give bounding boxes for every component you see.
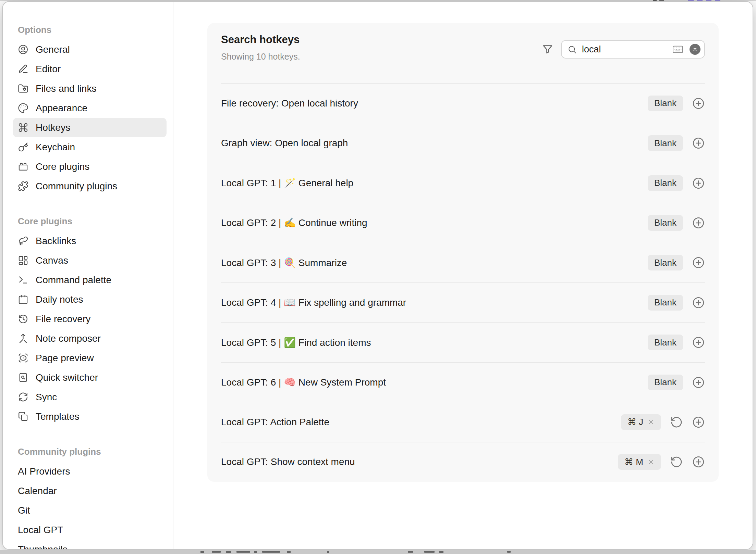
sidebar-item-ai-providers[interactable]: AI Providers (13, 462, 167, 481)
hotkey-row: Local GPT: 5 | ✅ Find action items Blank (221, 322, 705, 362)
search-box (561, 40, 705, 59)
remove-hotkey-icon[interactable] (647, 458, 655, 466)
hotkey-row: Local GPT: 4 | 📖 Fix spelling and gramma… (221, 282, 705, 322)
search-area (542, 40, 705, 59)
sidebar-item-label: Note composer (36, 333, 101, 344)
hotkey-keys: Blank (654, 178, 676, 188)
sidebar-item-appearance[interactable]: Appearance (13, 98, 167, 118)
palette-icon (18, 103, 28, 113)
sidebar-item-daily-notes[interactable]: Daily notes (13, 290, 167, 309)
settings-sidebar: Options General Editor Files and links A… (3, 2, 173, 549)
hotkey-keys: Blank (654, 138, 676, 149)
layout-dashboard-icon (18, 255, 28, 266)
user-circle-icon (18, 44, 28, 55)
sidebar-item-label: Daily notes (36, 294, 83, 305)
remove-hotkey-icon[interactable] (647, 418, 655, 426)
hotkey-row: Local GPT: Show context menu ⌘ M (221, 442, 705, 482)
hotkey-row: Local GPT: 1 | 🪄 General help Blank (221, 163, 705, 203)
sidebar-item-label: Page preview (36, 353, 94, 364)
hotkey-row: Local GPT: 6 | 🧠 New System Prompt Blank (221, 362, 705, 402)
sidebar-item-quick-switcher[interactable]: Quick switcher (13, 368, 167, 387)
sidebar-item-file-recovery[interactable]: File recovery (13, 309, 167, 329)
sidebar-item-page-preview[interactable]: Page preview (13, 348, 167, 368)
add-hotkey-icon[interactable] (692, 455, 705, 468)
sidebar-section-heading: Community plugins (18, 442, 173, 462)
sidebar-item-label: Git (18, 505, 30, 516)
hotkey-badge: ⌘ J (621, 414, 661, 430)
add-hotkey-icon[interactable] (692, 336, 705, 349)
sidebar-item-templates[interactable]: Templates (13, 407, 167, 426)
add-hotkey-icon[interactable] (692, 216, 705, 229)
hotkeys-header-text: Search hotkeys Showing 10 hotkeys. (221, 33, 300, 62)
sidebar-section: Options General Editor Files and links A… (18, 20, 173, 196)
sidebar-item-git[interactable]: Git (13, 501, 167, 520)
sidebar-item-files-and-links[interactable]: Files and links (13, 79, 167, 98)
sidebar-item-hotkeys[interactable]: Hotkeys (13, 118, 167, 137)
copy-icon (18, 411, 28, 422)
sidebar-item-community-plugins[interactable]: Community plugins (13, 176, 167, 196)
hotkey-command-label: Local GPT: Show context menu (221, 456, 355, 467)
sidebar-item-label: Core plugins (36, 161, 89, 172)
sidebar-section-items: Backlinks Canvas Command palette Daily n… (18, 231, 173, 426)
sidebar-item-note-composer[interactable]: Note composer (13, 329, 167, 348)
pen-icon (18, 64, 28, 74)
hotkey-controls: Blank (648, 335, 705, 350)
hotkey-badge: Blank (648, 96, 683, 111)
restore-default-icon[interactable] (670, 416, 683, 429)
sidebar-item-label: Canvas (36, 255, 68, 266)
toy-brick-icon (18, 161, 28, 172)
add-hotkey-icon[interactable] (692, 97, 705, 110)
sidebar-section-heading: Options (18, 20, 173, 40)
hotkey-command-label: Local GPT: 4 | 📖 Fix spelling and gramma… (221, 297, 406, 308)
keyboard-icon[interactable] (671, 44, 685, 55)
hotkey-row: File recovery: Open local history Blank (221, 83, 705, 123)
calendar-icon (18, 294, 28, 305)
hotkey-keys: Blank (654, 257, 676, 268)
search-icon (568, 45, 577, 54)
add-hotkey-icon[interactable] (692, 416, 705, 429)
filter-icon[interactable] (542, 43, 553, 55)
sidebar-section-items: General Editor Files and links Appearanc… (18, 40, 173, 196)
hotkey-keys: Blank (654, 377, 676, 388)
sidebar-item-calendar[interactable]: Calendar (13, 481, 167, 501)
sidebar-item-editor[interactable]: Editor (13, 59, 167, 79)
add-hotkey-icon[interactable] (692, 296, 705, 309)
hotkey-command-label: Local GPT: 3 | 🍭 Summarize (221, 257, 347, 268)
add-hotkey-icon[interactable] (692, 376, 705, 389)
sidebar-item-label: General (36, 44, 70, 55)
hotkey-badge: Blank (648, 135, 683, 151)
sidebar-item-general[interactable]: General (13, 40, 167, 59)
sidebar-item-label: Backlinks (36, 236, 76, 247)
scan-eye-icon (18, 353, 28, 363)
sidebar-item-label: File recovery (36, 314, 90, 325)
add-hotkey-icon[interactable] (692, 177, 705, 190)
hotkeys-panel: Search hotkeys Showing 10 hotkeys. (207, 23, 719, 482)
hotkey-badge: Blank (648, 215, 683, 231)
sidebar-item-sync[interactable]: Sync (13, 387, 167, 407)
search-input[interactable] (581, 44, 666, 55)
background-app-strip (0, 550, 756, 554)
sidebar-item-backlinks[interactable]: Backlinks (13, 231, 167, 251)
sidebar-item-keychain[interactable]: Keychain (13, 137, 167, 157)
command-icon (18, 122, 28, 133)
add-hotkey-icon[interactable] (692, 137, 705, 150)
sidebar-item-label: Templates (36, 411, 80, 422)
hotkey-badge: Blank (648, 255, 683, 270)
sidebar-item-local-gpt[interactable]: Local GPT (13, 520, 167, 540)
file-search-icon (18, 372, 28, 383)
sidebar-item-canvas[interactable]: Canvas (13, 251, 167, 270)
hotkey-controls: ⌘ M (618, 454, 705, 470)
sidebar-item-thumbnails[interactable]: Thumbnails (13, 540, 167, 549)
results-count: Showing 10 hotkeys. (221, 52, 300, 62)
hotkey-badge: Blank (648, 175, 683, 191)
sidebar-item-label: Local GPT (18, 525, 63, 536)
hotkey-controls: Blank (648, 255, 705, 270)
add-hotkey-icon[interactable] (692, 256, 705, 269)
hotkey-controls: Blank (648, 215, 705, 231)
clear-search-icon[interactable] (690, 44, 700, 55)
terminal-icon (18, 275, 28, 285)
restore-default-icon[interactable] (670, 455, 683, 468)
sidebar-item-core-plugins[interactable]: Core plugins (13, 157, 167, 176)
hotkey-row: Local GPT: 2 | ✍️ Continue writing Blank (221, 203, 705, 242)
sidebar-item-command-palette[interactable]: Command palette (13, 270, 167, 290)
